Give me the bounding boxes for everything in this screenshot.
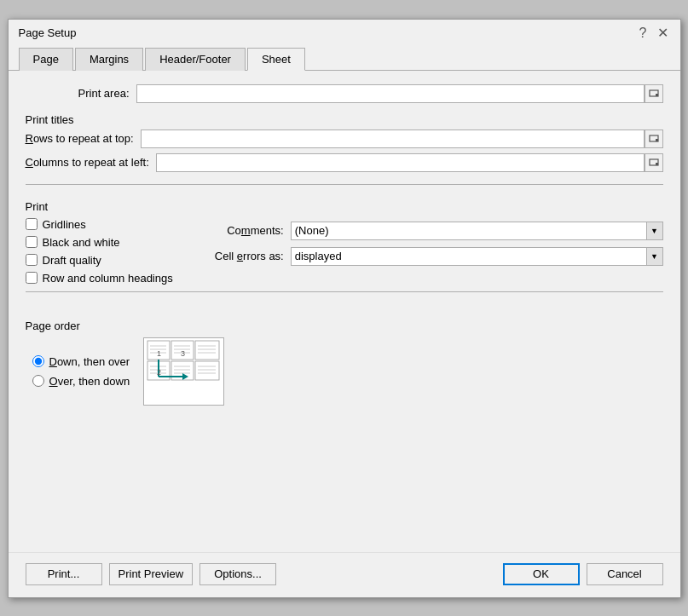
collapse-icon (649, 89, 659, 98)
rows-repeat-label: Rows to repeat at top: (26, 132, 141, 145)
black-white-checkbox[interactable] (26, 236, 38, 248)
page-order-label: Page order (26, 320, 663, 332)
rows-repeat-input[interactable] (141, 130, 645, 148)
comments-select[interactable]: (None) At end of sheet As displayed on s… (291, 222, 663, 240)
tab-sheet[interactable]: Sheet (247, 48, 305, 71)
title-bar: Page Setup ? ✕ (9, 20, 680, 43)
row-col-headings-checkbox[interactable] (26, 272, 38, 284)
page-order-divider (26, 291, 663, 292)
svg-rect-11 (195, 361, 219, 380)
cell-errors-label: Cell errors as: (207, 250, 284, 262)
collapse-icon-2 (649, 135, 659, 143)
columns-repeat-input[interactable] (156, 153, 645, 172)
over-then-down-radio[interactable] (32, 375, 44, 387)
tab-margins[interactable]: Margins (75, 48, 143, 71)
down-then-over-radio[interactable] (32, 355, 44, 367)
svg-rect-1 (656, 94, 658, 96)
title-icons: ? ✕ (638, 26, 670, 40)
print-area-input-group (136, 84, 663, 103)
dialog-footer: Print... Print Preview Options... OK Can… (9, 552, 680, 597)
cell-errors-row: Cell errors as: displayed <blank> -- #N/… (207, 247, 663, 266)
gridlines-row: Gridlines (26, 218, 173, 231)
row-col-headings-label[interactable]: Row and column headings (43, 272, 173, 285)
page-order-svg: 1 3 2 (146, 339, 223, 403)
print-section: Gridlines Black and white Draft quality … (26, 218, 663, 285)
tab-header-footer[interactable]: Header/Footer (145, 48, 246, 71)
print-area-label: Print area: (26, 87, 136, 100)
rows-repeat-row: Rows to repeat at top: (26, 130, 663, 148)
over-then-down-label[interactable]: Over, then down (49, 375, 130, 388)
page-order-section: Page order Down, then over Over, then do… (26, 311, 663, 406)
page-order-radios: Down, then over Over, then down (32, 355, 130, 388)
tab-page[interactable]: Page (19, 48, 73, 71)
print-button[interactable]: Print... (26, 563, 102, 585)
svg-text:3: 3 (181, 349, 185, 358)
cell-errors-select-wrapper: displayed <blank> -- #N/A ▼ (291, 247, 663, 266)
down-then-over-label[interactable]: Down, then over (49, 355, 130, 368)
columns-repeat-label: Columns to repeat at left: (26, 156, 156, 169)
comments-label: Comments: (207, 224, 284, 237)
row-col-headings-row: Row and column headings (26, 272, 173, 285)
options-button[interactable]: Options... (199, 563, 276, 585)
page-setup-dialog: Page Setup ? ✕ Page Margins Header/Foote… (8, 19, 681, 598)
svg-rect-8 (195, 341, 219, 360)
svg-text:2: 2 (157, 368, 161, 377)
page-order-content: Down, then over Over, then down (26, 337, 663, 406)
svg-rect-5 (656, 163, 658, 165)
comments-row: Comments: (None) At end of sheet As disp… (207, 222, 663, 240)
print-section-label: Print (26, 200, 663, 213)
black-white-row: Black and white (26, 236, 173, 249)
page-order-diagram: 1 3 2 (143, 337, 224, 406)
draft-quality-label[interactable]: Draft quality (43, 254, 101, 267)
collapse-icon-3 (649, 158, 659, 167)
tab-bar: Page Margins Header/Footer Sheet (9, 47, 680, 71)
help-button[interactable]: ? (638, 26, 649, 40)
ok-button[interactable]: OK (503, 563, 580, 585)
columns-repeat-row: Columns to repeat at left: (26, 153, 663, 172)
close-button[interactable]: ✕ (656, 26, 670, 40)
gridlines-label[interactable]: Gridlines (43, 218, 86, 231)
svg-rect-3 (656, 139, 658, 141)
comments-col: Comments: (None) At end of sheet As disp… (207, 218, 663, 266)
rows-repeat-collapse-btn[interactable] (645, 130, 663, 148)
cell-errors-select[interactable]: displayed <blank> -- #N/A (291, 247, 663, 266)
down-then-over-row: Down, then over (32, 355, 130, 368)
print-area-input[interactable] (136, 84, 645, 103)
print-divider (26, 184, 663, 185)
dialog-title: Page Setup (19, 26, 77, 39)
print-titles-label: Print titles (26, 113, 663, 126)
print-area-row: Print area: (26, 84, 663, 103)
rows-repeat-input-group (141, 130, 663, 148)
columns-repeat-input-group (156, 153, 663, 172)
draft-quality-row: Draft quality (26, 254, 173, 267)
comments-select-wrapper: (None) At end of sheet As displayed on s… (291, 222, 663, 240)
columns-repeat-collapse-btn[interactable] (645, 153, 663, 172)
print-area-collapse-btn[interactable] (645, 84, 663, 103)
svg-text:1: 1 (157, 349, 161, 358)
draft-quality-checkbox[interactable] (26, 254, 38, 266)
dialog-body: Print area: Print titles Rows to repeat … (9, 71, 680, 552)
cancel-button[interactable]: Cancel (587, 563, 663, 585)
gridlines-checkbox[interactable] (26, 218, 38, 230)
print-checkboxes: Gridlines Black and white Draft quality … (26, 218, 173, 285)
black-white-label[interactable]: Black and white (43, 236, 120, 249)
print-preview-button[interactable]: Print Preview (109, 563, 194, 585)
over-then-down-row: Over, then down (32, 375, 130, 388)
